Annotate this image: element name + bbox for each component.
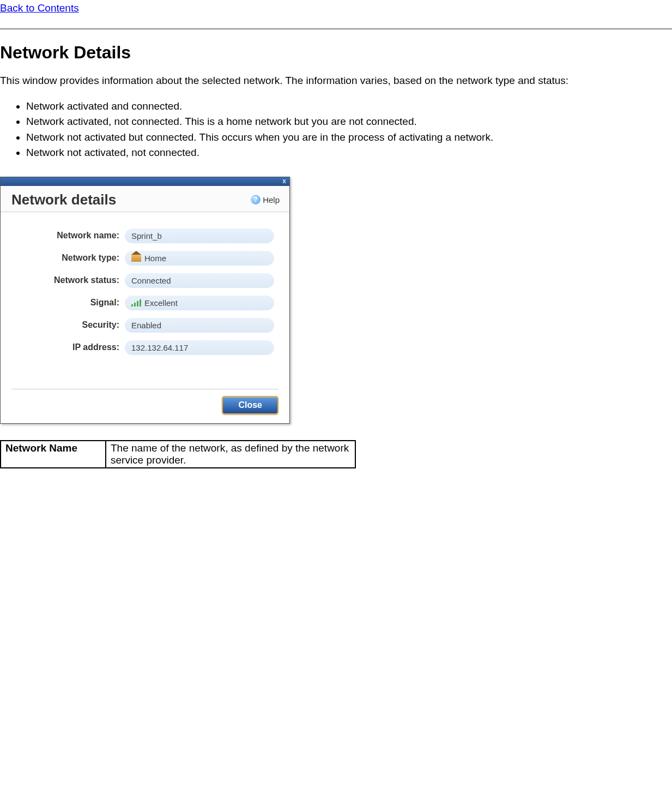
field-network-status: Network status: Connected: [16, 273, 274, 288]
dialog-header: Network details ? Help: [1, 186, 289, 212]
field-network-name: Network name: Sprint_b: [16, 228, 274, 243]
label-network-type: Network type:: [16, 253, 125, 263]
value-signal: Excellent: [125, 296, 274, 310]
value-ip-address: 132.132.64.117: [125, 340, 274, 355]
def-name: Network Name: [1, 441, 106, 468]
signal-icon: [131, 299, 141, 306]
value-text: Enabled: [131, 321, 161, 330]
close-button[interactable]: Close: [222, 396, 279, 414]
label-ip-address: IP address:: [16, 342, 125, 352]
value-text: Connected: [131, 276, 171, 285]
list-item: Network not activated but connected. Thi…: [26, 130, 672, 145]
help-link[interactable]: ? Help: [251, 195, 280, 204]
value-text: Sprint_b: [131, 231, 162, 240]
list-item: Network not activated, not connected.: [26, 146, 672, 160]
close-icon[interactable]: x: [282, 177, 286, 185]
help-icon: ?: [251, 195, 261, 204]
dialog-title: Network details: [11, 191, 116, 208]
intro-paragraph: This window provides information about t…: [0, 74, 672, 88]
dialog-body: Network name: Sprint_b Network type: Hom…: [1, 212, 289, 370]
field-security: Security: Enabled: [16, 318, 274, 333]
help-label: Help: [263, 195, 280, 204]
value-network-status: Connected: [125, 273, 274, 288]
value-security: Enabled: [125, 318, 274, 333]
field-signal: Signal: Excellent: [16, 296, 274, 310]
list-item: Network activated, not connected. This i…: [26, 115, 672, 129]
value-text: Home: [144, 254, 166, 263]
field-network-type: Network type: Home: [16, 251, 274, 266]
table-row: Network Name The name of the network, as…: [1, 441, 355, 468]
value-network-name: Sprint_b: [125, 228, 274, 243]
home-icon: [131, 254, 141, 262]
def-desc: The name of the network, as defined by t…: [106, 441, 355, 468]
definition-table: Network Name The name of the network, as…: [0, 440, 356, 468]
value-text: Excellent: [144, 298, 178, 308]
value-text: 132.132.64.117: [131, 343, 188, 352]
dialog-titlebar: x: [1, 177, 289, 186]
list-item: Network activated and connected.: [26, 99, 672, 114]
network-states-list: Network activated and connected. Network…: [0, 99, 672, 160]
dialog-footer-separator: [11, 389, 279, 389]
label-signal: Signal:: [16, 298, 125, 308]
dialog-footer: Close: [1, 396, 289, 423]
field-ip-address: IP address: 132.132.64.117: [16, 340, 274, 355]
divider: [0, 28, 672, 29]
network-details-dialog: x Network details ? Help Network name: S…: [0, 177, 290, 424]
label-network-name: Network name:: [16, 231, 125, 240]
value-network-type: Home: [125, 251, 274, 266]
page-title: Network Details: [0, 43, 672, 63]
label-network-status: Network status:: [16, 275, 125, 285]
label-security: Security:: [16, 320, 125, 330]
back-to-contents-link[interactable]: Back to Contents: [0, 2, 79, 14]
